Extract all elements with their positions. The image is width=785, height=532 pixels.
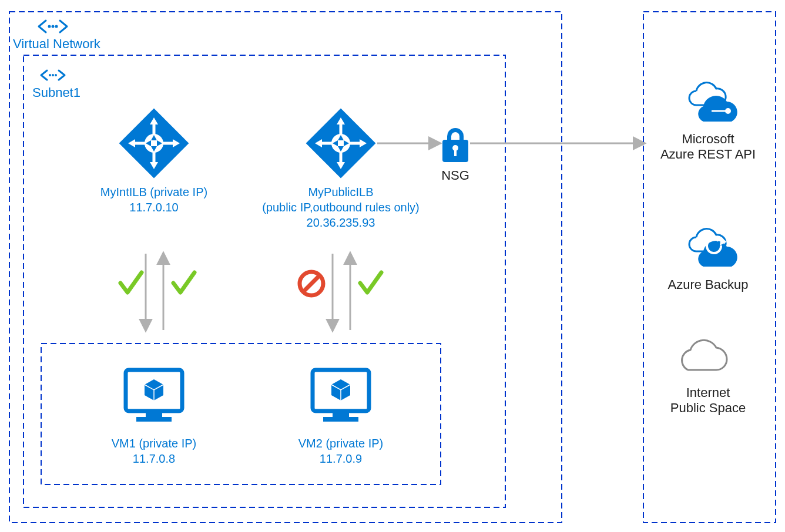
svg-point-5 bbox=[55, 74, 57, 76]
int-ilb-ip: 11.7.0.10 bbox=[129, 201, 178, 214]
cloud-internet-line1: Internet bbox=[686, 385, 730, 400]
prohibit-icon-pub-down bbox=[300, 272, 323, 295]
pub-ilb-desc: (public IP,outbound rules only) bbox=[262, 201, 420, 214]
cloud-api-line1: Microsoft bbox=[682, 132, 734, 146]
svg-point-2 bbox=[55, 25, 58, 28]
pub-ilb-name: MyPublicILB bbox=[308, 186, 373, 198]
cloud-internet-icon bbox=[682, 340, 727, 370]
svg-rect-36 bbox=[454, 149, 457, 156]
svg-point-49 bbox=[725, 108, 731, 114]
vm1-ip: 11.7.0.8 bbox=[133, 452, 175, 465]
subnet-icon bbox=[41, 70, 65, 80]
svg-rect-45 bbox=[333, 411, 349, 417]
svg-point-0 bbox=[48, 25, 51, 28]
vm1-name: VM1 (private IP) bbox=[112, 437, 196, 450]
cloud-api-icon bbox=[689, 83, 737, 122]
nsg-label: NSG bbox=[441, 168, 469, 183]
cloud-internet-line2: Public Space bbox=[670, 400, 746, 415]
cloud-api-line2: Azure REST API bbox=[660, 147, 756, 161]
check-icon-int-up bbox=[173, 272, 194, 292]
load-balancer-icon-public bbox=[306, 109, 376, 179]
vm2-ip: 11.7.0.9 bbox=[320, 452, 362, 465]
svg-rect-41 bbox=[136, 417, 172, 422]
vm2-name: VM2 (private IP) bbox=[298, 437, 383, 450]
vm-icon-2 bbox=[313, 370, 369, 422]
svg-point-1 bbox=[52, 25, 55, 28]
svg-rect-40 bbox=[146, 411, 162, 417]
int-ilb-name: MyIntILB (private IP) bbox=[100, 186, 207, 198]
vm-icon-1 bbox=[126, 370, 182, 422]
subnet-box bbox=[24, 55, 505, 507]
subnet-label: Subnet1 bbox=[32, 85, 80, 100]
load-balancer-icon-internal bbox=[119, 109, 189, 179]
vnet-label: Virtual Network bbox=[13, 36, 101, 51]
nsg-lock-icon bbox=[442, 128, 468, 162]
svg-point-4 bbox=[52, 74, 54, 76]
pub-ilb-ip: 20.36.235.93 bbox=[307, 216, 375, 229]
check-icon-pub-up bbox=[360, 272, 381, 292]
svg-rect-46 bbox=[323, 417, 358, 422]
cloud-backup-icon bbox=[689, 229, 737, 267]
external-box bbox=[643, 12, 776, 523]
vnet-box bbox=[9, 12, 562, 523]
check-icon-int-down bbox=[120, 272, 142, 292]
svg-line-38 bbox=[303, 275, 320, 292]
vm-pool-box bbox=[41, 344, 441, 484]
svg-point-3 bbox=[49, 74, 51, 76]
vnet-icon bbox=[39, 21, 67, 32]
cloud-backup-line1: Azure Backup bbox=[668, 277, 749, 292]
